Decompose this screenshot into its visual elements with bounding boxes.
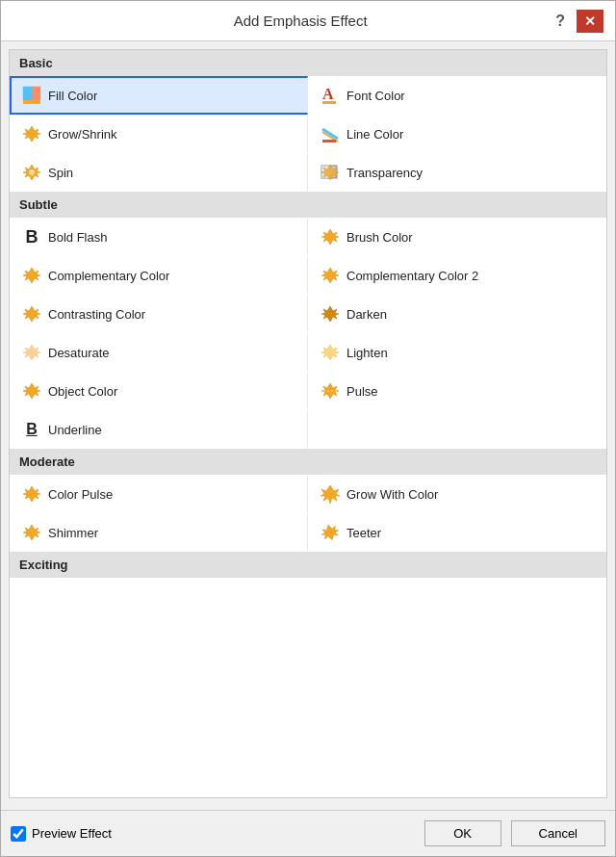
item-brush-color[interactable]: Brush Color xyxy=(308,218,606,256)
item-contrasting-color-label: Contrasting Color xyxy=(48,307,145,322)
line-color-icon xyxy=(320,123,341,144)
item-underline[interactable]: B Underline xyxy=(10,410,308,449)
item-fill-color-label: Fill Color xyxy=(48,89,97,103)
moderate-items-grid: Color Pulse Grow With Color xyxy=(10,475,606,552)
item-fill-color[interactable]: Fill Color xyxy=(10,76,308,115)
item-shimmer[interactable]: Shimmer xyxy=(10,513,308,552)
item-teeter[interactable]: Teeter xyxy=(308,513,606,552)
basic-items-grid: Fill Color A Font Color xyxy=(10,76,606,192)
item-desaturate[interactable]: Desaturate xyxy=(10,333,308,372)
svg-rect-3 xyxy=(23,100,40,104)
item-object-color-label: Object Color xyxy=(48,384,117,399)
svg-marker-26 xyxy=(321,485,340,504)
svg-marker-25 xyxy=(23,486,40,502)
item-grow-shrink[interactable]: Grow/Shrink xyxy=(10,115,308,153)
item-pulse-label: Pulse xyxy=(346,384,378,399)
item-object-color[interactable]: Object Color xyxy=(10,372,308,410)
object-color-icon xyxy=(21,380,42,402)
ok-button[interactable]: OK xyxy=(424,820,501,846)
footer: Preview Effect OK Cancel xyxy=(1,810,615,856)
svg-marker-20 xyxy=(23,345,40,360)
item-lighten-label: Lighten xyxy=(346,346,388,360)
grow-shrink-icon xyxy=(21,123,42,144)
subtle-items-grid: B Bold Flash Brush Color xyxy=(10,218,606,449)
item-line-color[interactable]: Line Color xyxy=(308,115,606,153)
preview-check-container: Preview Effect xyxy=(11,826,415,842)
item-color-pulse-label: Color Pulse xyxy=(48,487,113,502)
shimmer-icon xyxy=(21,522,42,543)
item-shimmer-label: Shimmer xyxy=(48,526,98,540)
item-complementary-color-2[interactable]: Complementary Color 2 xyxy=(308,256,606,295)
svg-marker-18 xyxy=(23,306,40,322)
item-desaturate-label: Desaturate xyxy=(48,346,110,360)
svg-rect-1 xyxy=(23,87,32,100)
item-font-color[interactable]: A Font Color xyxy=(308,76,606,115)
preview-label[interactable]: Preview Effect xyxy=(32,826,112,841)
dialog-title: Add Emphasis Effect xyxy=(51,13,550,29)
item-spin[interactable]: Spin xyxy=(10,153,308,192)
svg-marker-19 xyxy=(321,306,339,322)
item-darken[interactable]: Darken xyxy=(308,295,606,333)
item-complementary-color[interactable]: Complementary Color xyxy=(10,256,308,295)
svg-marker-6 xyxy=(23,126,40,142)
svg-rect-2 xyxy=(32,87,40,100)
exciting-placeholder xyxy=(10,578,606,607)
darken-icon xyxy=(320,303,341,325)
svg-marker-17 xyxy=(321,268,339,283)
teeter-icon xyxy=(320,522,341,543)
item-bold-flash-label: Bold Flash xyxy=(48,230,107,245)
contrasting-color-icon xyxy=(21,303,42,325)
close-button[interactable]: ✕ xyxy=(577,10,603,33)
item-teeter-label: Teeter xyxy=(346,526,381,540)
pulse-icon xyxy=(320,380,341,402)
svg-rect-5 xyxy=(322,101,336,104)
font-color-icon: A xyxy=(320,85,341,106)
item-grow-with-color-label: Grow With Color xyxy=(346,487,438,502)
desaturate-icon xyxy=(21,342,42,363)
bold-flash-icon: B xyxy=(21,226,42,247)
content-area: Basic Fill Color xyxy=(1,41,615,806)
section-header-exciting: Exciting xyxy=(10,552,606,578)
preview-checkbox[interactable] xyxy=(11,826,26,842)
section-header-subtle: Subtle xyxy=(10,192,606,218)
item-lighten[interactable]: Lighten xyxy=(308,333,606,372)
item-pulse[interactable]: Pulse xyxy=(308,372,606,410)
lighten-icon xyxy=(320,342,341,363)
complementary-color-2-icon xyxy=(320,265,341,286)
item-empty xyxy=(308,410,606,449)
item-spin-label: Spin xyxy=(48,166,73,180)
svg-marker-28 xyxy=(321,523,340,542)
svg-marker-27 xyxy=(23,525,40,540)
item-font-color-label: Font Color xyxy=(346,89,405,103)
grow-with-color-icon xyxy=(320,483,341,505)
help-button[interactable]: ? xyxy=(550,11,571,32)
item-bold-flash[interactable]: B Bold Flash xyxy=(10,218,308,256)
item-transparency-label: Transparency xyxy=(346,166,423,180)
section-header-basic: Basic xyxy=(10,50,606,76)
item-darken-label: Darken xyxy=(346,307,387,322)
title-bar-controls: ? ✕ xyxy=(550,10,603,33)
title-bar: Add Emphasis Effect ? ✕ xyxy=(1,1,615,41)
item-complementary-color-label: Complementary Color xyxy=(48,269,169,283)
item-brush-color-label: Brush Color xyxy=(346,230,413,245)
underline-icon: B xyxy=(21,419,42,440)
cancel-button[interactable]: Cancel xyxy=(511,820,605,846)
complementary-color-icon xyxy=(21,265,42,286)
item-grow-with-color[interactable]: Grow With Color xyxy=(308,475,606,513)
item-contrasting-color[interactable]: Contrasting Color xyxy=(10,295,308,333)
svg-marker-16 xyxy=(23,268,40,283)
transparency-icon xyxy=(320,162,341,183)
brush-color-icon xyxy=(320,226,341,247)
fill-color-icon xyxy=(21,85,42,106)
section-header-moderate: Moderate xyxy=(10,449,606,475)
item-underline-label: Underline xyxy=(48,423,102,437)
svg-marker-15 xyxy=(321,229,339,245)
effects-list[interactable]: Basic Fill Color xyxy=(9,49,607,798)
item-transparency[interactable]: Transparency xyxy=(308,153,606,192)
svg-point-11 xyxy=(29,169,35,175)
item-color-pulse[interactable]: Color Pulse xyxy=(10,475,308,513)
item-line-color-label: Line Color xyxy=(346,127,403,142)
svg-text:A: A xyxy=(322,86,334,102)
svg-rect-9 xyxy=(322,140,336,143)
item-complementary-color-2-label: Complementary Color 2 xyxy=(346,269,478,283)
